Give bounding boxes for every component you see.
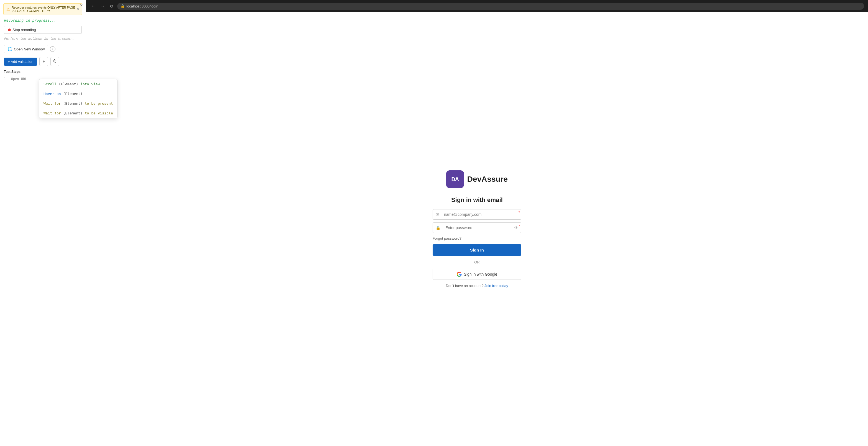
- stop-btn-label: Stop recording: [12, 28, 36, 32]
- dropdown-item-hover[interactable]: Hover on (Element): [39, 89, 117, 99]
- brand-logo: DA DevAssure: [446, 170, 508, 188]
- refresh-button[interactable]: ↻: [108, 3, 115, 9]
- brand-icon: DA: [446, 170, 464, 188]
- join-free-link[interactable]: Join free today: [485, 284, 508, 288]
- password-input-wrapper: 🔒 👁 *: [433, 222, 521, 233]
- password-input[interactable]: [443, 223, 512, 233]
- add-validation-label: + Add validation: [8, 60, 33, 64]
- google-icon: [457, 272, 462, 277]
- browser-toolbar: ← → ↻ 🔒 localhost:3000/login: [86, 0, 868, 12]
- dropdown-item-wait-present[interactable]: Wait for (Element) to be present: [39, 99, 117, 108]
- browser-panel: ← → ↻ 🔒 localhost:3000/login DA DevAssur…: [86, 0, 868, 446]
- globe-icon: 🌐: [7, 47, 12, 51]
- no-account-text: Don't have an account?: [446, 284, 483, 288]
- lock-password-icon: 🔒: [433, 225, 443, 230]
- email-icon: ✉: [433, 212, 442, 217]
- dropdown-item-wait-visible[interactable]: Wait for (Element) to be visible: [39, 108, 117, 118]
- google-btn-label: Sign in with Google: [464, 272, 497, 277]
- close-warning-button[interactable]: ×: [77, 7, 79, 11]
- or-line-right: [483, 262, 521, 262]
- add-validation-row: + Add validation + ⏱: [0, 55, 86, 68]
- email-input[interactable]: [442, 210, 521, 219]
- step-number: 1.: [4, 77, 8, 81]
- lock-icon: 🔒: [121, 4, 125, 8]
- plus-icon-button[interactable]: +: [39, 57, 48, 66]
- sign-in-button[interactable]: Sign In: [433, 244, 521, 256]
- email-required-star: *: [519, 211, 520, 215]
- open-window-label: Open New Window: [14, 47, 44, 51]
- context-dropdown-menu: Scroll (Element) into view Hover on (Ele…: [39, 79, 118, 118]
- url-display: localhost:3000/login: [126, 4, 158, 8]
- brand-name: DevAssure: [467, 175, 508, 184]
- step-text: Open URL: [11, 77, 27, 81]
- or-line-left: [433, 262, 471, 262]
- login-page: DA DevAssure Sign in with email ✉ * 🔒 👁 …: [86, 12, 868, 446]
- warning-icon: ⚠: [6, 7, 10, 11]
- or-text: OR: [474, 260, 480, 264]
- warning-banner: ⚠ Recorder captures events ONLY AFTER PA…: [3, 3, 82, 15]
- google-sign-in-button[interactable]: Sign in with Google: [433, 269, 521, 280]
- timer-icon: ⏱: [53, 59, 57, 64]
- sign-in-title: Sign in with email: [451, 196, 503, 203]
- stop-recording-button[interactable]: Stop recording: [4, 26, 82, 34]
- open-new-window-button[interactable]: 🌐 Open New Window: [4, 45, 48, 53]
- email-input-wrapper: ✉ *: [433, 209, 521, 220]
- timer-icon-button[interactable]: ⏱: [51, 57, 59, 66]
- or-divider: OR: [433, 260, 521, 264]
- warning-text: Recorder captures events ONLY AFTER PAGE…: [12, 6, 75, 12]
- forgot-password-link[interactable]: Forgot password?: [433, 236, 521, 241]
- test-steps-label: Test Steps:: [0, 68, 86, 75]
- stop-dot-icon: [8, 29, 11, 31]
- recording-status: Recording in progress...: [0, 15, 86, 24]
- forward-button[interactable]: →: [99, 3, 106, 9]
- back-button[interactable]: ←: [90, 3, 96, 9]
- left-panel: × ⚠ Recorder captures events ONLY AFTER …: [0, 0, 86, 446]
- plus-icon: +: [42, 59, 45, 64]
- register-link-row: Don't have an account? Join free today: [446, 284, 508, 288]
- address-bar[interactable]: 🔒 localhost:3000/login: [117, 3, 864, 10]
- perform-hint: Perform the actions in the browser.: [0, 36, 86, 43]
- open-window-row: 🌐 Open New Window i: [0, 43, 86, 55]
- password-required-star: *: [519, 224, 520, 228]
- add-validation-button[interactable]: + Add validation: [4, 58, 37, 66]
- close-panel-button[interactable]: ×: [80, 3, 83, 8]
- info-icon[interactable]: i: [50, 46, 55, 52]
- login-form: ✉ * 🔒 👁 * Forgot password? Sign In OR: [433, 209, 521, 280]
- dropdown-item-scroll[interactable]: Scroll (Element) into view: [39, 79, 117, 89]
